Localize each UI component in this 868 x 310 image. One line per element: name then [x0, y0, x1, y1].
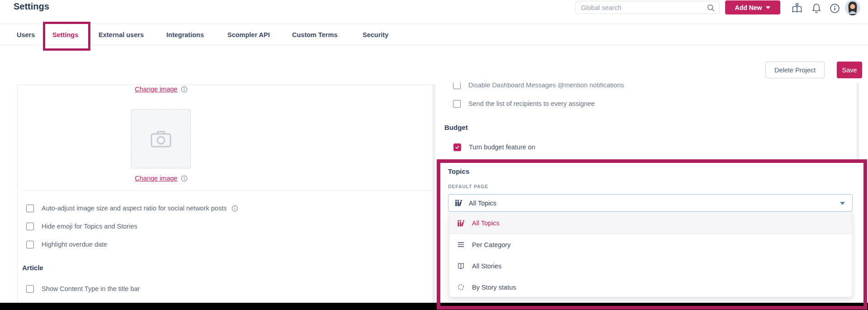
topics-heading: Topics [448, 167, 469, 175]
select-value: All Topics [469, 200, 496, 207]
default-page-dropdown: All Topics Per Category All Stories [449, 213, 853, 297]
change-image-row-top: Change image [110, 86, 212, 93]
search-input[interactable] [576, 4, 707, 11]
option-all-topics[interactable]: All Topics [449, 213, 852, 234]
budget-feature-checkbox[interactable] [453, 143, 461, 151]
auto-adjust-checkbox[interactable] [26, 205, 34, 212]
camera-icon [151, 130, 171, 148]
settings-page: Settings Add New [0, 0, 868, 310]
article-heading: Article [22, 264, 43, 272]
tab-external-users[interactable]: External users [99, 24, 144, 46]
chevron-down-icon [766, 6, 770, 9]
category-lines-icon [457, 241, 465, 248]
add-new-label: Add New [735, 4, 762, 11]
select-caret-icon[interactable] [840, 202, 845, 205]
hide-emoji-row: Hide emoji for Topics and Stories [26, 222, 137, 230]
disable-mentions-checkbox[interactable] [453, 83, 461, 89]
notifications-budget-topics-panel: Disable Dashboard Messages @mention noti… [435, 83, 856, 303]
page-title: Settings [14, 1, 49, 12]
delete-project-button[interactable]: Delete Project [765, 62, 825, 78]
save-button[interactable]: Save [837, 62, 862, 78]
add-new-button[interactable]: Add New [725, 0, 780, 14]
disable-mentions-label: Disable Dashboard Messages @mention noti… [468, 83, 624, 89]
change-image-row-bottom: Change image [110, 175, 212, 182]
section-divider [22, 191, 433, 191]
info-icon[interactable] [181, 175, 188, 182]
search-icon[interactable] [707, 4, 715, 12]
tab-security[interactable]: Security [363, 24, 388, 46]
highlight-overdue-checkbox[interactable] [26, 241, 34, 248]
show-content-type-row: Show Content Type in the title bar [26, 285, 140, 293]
auto-adjust-label: Auto-adjust image size and aspect ratio … [42, 205, 226, 212]
knowledge-base-icon[interactable] [790, 2, 804, 14]
notifications-bell-icon[interactable] [811, 2, 822, 14]
highlight-overdue-label: Highlight overdue date [42, 241, 107, 248]
recipients-label: Send the list of recipients to every ass… [468, 100, 595, 107]
tab-custom-terms[interactable]: Custom Terms [292, 24, 337, 46]
option-label: All Stories [472, 262, 501, 270]
right-panel-scrollbar[interactable] [857, 83, 859, 159]
recipients-row: Send the list of recipients to every ass… [453, 100, 595, 108]
image-upload-placeholder[interactable] [131, 109, 191, 168]
info-icon[interactable] [231, 205, 238, 212]
show-content-type-checkbox[interactable] [26, 285, 34, 293]
hide-emoji-label: Hide emoji for Topics and Stories [42, 223, 137, 230]
option-label: Per Category [472, 241, 510, 248]
library-icon [457, 219, 465, 227]
tab-settings[interactable]: Settings [52, 24, 78, 46]
change-image-link-bottom[interactable]: Change image [135, 175, 177, 182]
info-icon[interactable] [829, 3, 840, 14]
bottom-black-bar [0, 303, 868, 310]
change-image-link-top[interactable]: Change image [135, 86, 177, 93]
budget-feature-row: Turn budget feature on [453, 143, 535, 151]
option-label: By Story status [472, 284, 516, 291]
default-page-label: DEFAULT PAGE [448, 184, 488, 189]
option-label: All Topics [472, 219, 500, 227]
auto-adjust-image-row: Auto-adjust image size and aspect ratio … [26, 204, 238, 212]
global-search[interactable] [575, 1, 720, 14]
option-by-story-status[interactable]: By Story status [449, 277, 852, 297]
budget-feature-label: Turn budget feature on [469, 143, 535, 151]
dotted-circle-icon [457, 283, 465, 291]
highlight-overdue-row: Highlight overdue date [26, 240, 107, 248]
user-avatar[interactable] [845, 0, 860, 15]
hide-emoji-checkbox[interactable] [26, 223, 34, 230]
option-all-stories[interactable]: All Stories [449, 255, 852, 277]
open-book-icon [457, 262, 465, 270]
default-page-select[interactable]: All Topics [448, 194, 853, 212]
option-per-category[interactable]: Per Category [449, 234, 852, 255]
disable-mentions-row: Disable Dashboard Messages @mention noti… [453, 83, 624, 89]
library-icon [455, 199, 462, 207]
settings-tabbar: Users Settings External users Integratio… [0, 24, 868, 45]
tab-integrations[interactable]: Integrations [166, 24, 204, 46]
show-content-type-label: Show Content Type in the title bar [42, 285, 140, 292]
budget-heading: Budget [444, 124, 468, 131]
tab-scompler-api[interactable]: Scompler API [227, 24, 270, 46]
project-settings-panel: Change image Change image [17, 85, 433, 303]
info-icon[interactable] [181, 86, 188, 93]
tab-users[interactable]: Users [17, 24, 35, 46]
recipients-checkbox[interactable] [453, 100, 461, 108]
